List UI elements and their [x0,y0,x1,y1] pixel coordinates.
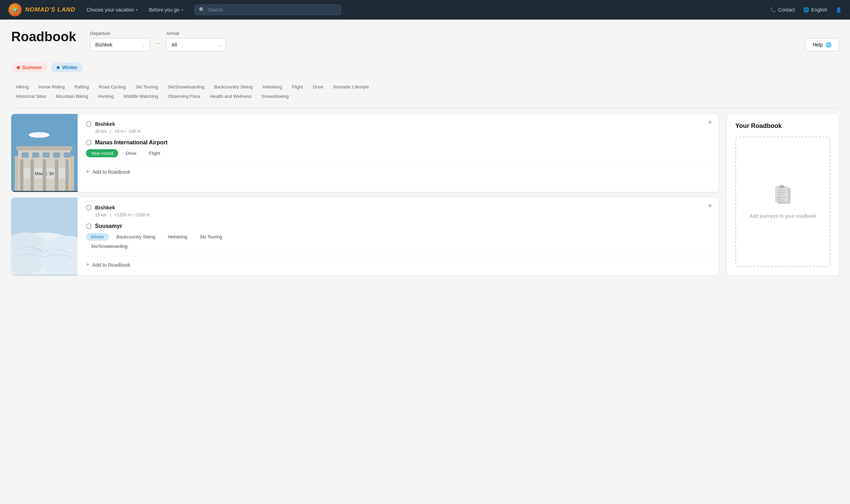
journeys-list: Манас Эл 👁 Bishkek [11,114,719,275]
arrival-select-wrapper: All [166,38,226,51]
journey-2-tag-ski-snowboarding[interactable]: Ski/Snowboarding [86,242,132,250]
roadbook-empty-area: Add journeys to your roadbook [735,137,830,267]
activity-backcountry-skiing[interactable]: Backcountry Skiing [209,82,258,92]
navbar: 🌍 NOMAD'S LAND Choose your vacation ▾ Be… [0,0,850,20]
language-label: English [811,7,827,13]
help-button[interactable]: Help 🌐 [805,38,839,51]
journey-1-image: Манас Эл [11,114,78,192]
activity-rafting[interactable]: Rafting [70,82,94,92]
search-bar[interactable]: 🔍 [194,5,341,15]
summer-label: Summer [22,65,42,70]
activity-observing-flora[interactable]: Observing Flora [163,92,205,101]
activity-ski-touring[interactable]: Ski Touring [131,82,163,92]
roadbook-clipboard-icon [774,185,792,208]
choose-vacation-chevron: ▾ [136,8,138,12]
help-label: Help [813,42,823,48]
activity-heliskiing[interactable]: Heliskiing [258,82,287,92]
activity-hunting[interactable]: Hunting [93,92,118,101]
departure-select-wrapper: Bishkek [90,38,150,51]
svg-rect-27 [780,185,783,187]
journey-1-to-name: Manas International Airport [95,139,167,146]
activity-historical-sites[interactable]: Historical Sites [11,92,51,101]
header-area: Roadbook Departure Bishkek → Arrival All… [0,20,850,57]
journey-2-divider: | [110,213,111,217]
journey-1-add-roadbook[interactable]: + Add to Roadbook [86,163,710,175]
journey-2-tags: Winter Backcountry Skiing Heliskiing Ski… [86,233,710,241]
logo[interactable]: 🌍 NOMAD'S LAND [8,3,75,16]
svg-rect-34 [780,200,784,201]
departure-field: Departure Bishkek [90,31,150,51]
arrival-label: Arrival [166,31,226,36]
activity-hiking[interactable]: Hiking [11,82,34,92]
journey-1-divider: | [110,129,111,134]
journey-2-from: Bishkek [86,204,710,210]
journey-1-from-circle [86,121,92,127]
journey-1-tag-drive[interactable]: Drive [121,149,141,157]
journey-2-season-tag[interactable]: Winter [86,233,109,241]
journey-1-to: Manas International Airport [86,139,710,146]
svg-rect-15 [20,159,23,191]
logo-icon: 🌍 [8,3,22,16]
journey-2-tag-heliskiing[interactable]: Heliskiing [163,233,192,241]
journey-1-content: 👁 Bishkek 40 km | +0 m / -100 m Manas In… [78,114,719,192]
activity-ski-snowboarding[interactable]: Ski/Snowboarding [163,82,209,92]
svg-rect-28 [778,190,786,191]
nav-choose-vacation[interactable]: Choose your vacation ▾ [87,7,138,13]
journey-2-distance: 15 km [95,213,107,217]
activity-mountain-biking[interactable]: Mountain Biking [51,92,93,101]
before-you-go-label: Before you go [149,7,179,13]
route-controls: Departure Bishkek → Arrival All [90,29,226,51]
activity-drive[interactable]: Drive [308,82,328,92]
activity-snowshoeing[interactable]: Snowshoeing [257,92,294,101]
svg-rect-29 [778,192,786,193]
journey-2-tag-ski-touring[interactable]: Ski Touring [195,233,227,241]
activity-row-1: Hiking Horse Riding Rafting Road Cycling… [11,82,839,92]
journey-2-add-roadbook[interactable]: + Add to Roadbook [86,256,710,268]
contact-button[interactable]: 📞 Contact [770,7,795,13]
phone-icon: 📞 [770,7,776,13]
language-button[interactable]: 🌐 English [803,7,827,13]
svg-rect-33 [780,197,785,198]
journey-1-to-circle [86,140,92,145]
season-winter-button[interactable]: Winter [51,63,83,72]
journey-1-visibility-toggle[interactable]: 👁 [707,120,713,126]
nav-right: 📞 Contact 🌐 English 👤 [770,7,842,13]
svg-rect-8 [32,152,39,158]
departure-label: Departure [90,31,150,36]
journey-2-visibility-toggle[interactable]: 👁 [707,203,713,209]
airport-building: Манас Эл [11,114,78,192]
journey-1-elevation: +0 m / -100 m [115,129,141,134]
globe-icon: 🌐 [803,7,809,13]
journey-2-from-name: Bishkek [95,204,115,210]
season-filter-area: Summer Winter [0,57,850,78]
roadbook-panel-title: Your Roadbook [735,122,830,130]
departure-select[interactable]: Bishkek [90,38,150,51]
journey-2-add-label: Add to Roadbook [93,262,130,268]
svg-rect-18 [55,159,58,191]
season-summer-button[interactable]: Summer [11,63,48,72]
search-input[interactable] [208,7,337,13]
activity-row-2: Historical Sites Mountain Biking Hunting… [11,92,839,101]
journeys-area: Манас Эл 👁 Bishkek [0,108,850,281]
logo-text: NOMAD'S LAND [25,6,75,13]
journey-2-image [11,197,78,275]
plus-icon-1: + [86,168,90,175]
activity-health-wellness[interactable]: Health and Wellness [205,92,257,101]
arrival-select[interactable]: All [166,38,226,51]
route-arrow-icon: → [154,39,161,51]
journey-1-route: Bishkek 40 km | +0 m / -100 m Manas Inte… [86,121,710,146]
activity-nomadic-lifestyle[interactable]: Nomadic Lifestyle [328,82,374,92]
svg-rect-11 [64,152,71,158]
activity-horse-riding[interactable]: Horse Riding [34,82,70,92]
activity-flight[interactable]: Flight [287,82,308,92]
activity-road-cycling[interactable]: Road Cycling [94,82,130,92]
activity-wildlife-watching[interactable]: Wildlife Watching [118,92,163,101]
journey-1-season-tag[interactable]: Year-round [86,149,118,157]
user-button[interactable]: 👤 [836,7,842,13]
journey-2-tag-backcountry[interactable]: Backcountry Skiing [112,233,160,241]
before-you-go-chevron: ▾ [181,8,183,12]
winter-dot [57,66,60,69]
journey-1-from: Bishkek [86,121,710,127]
nav-before-you-go[interactable]: Before you go ▾ [149,7,183,13]
journey-1-tag-flight[interactable]: Flight [144,149,165,157]
